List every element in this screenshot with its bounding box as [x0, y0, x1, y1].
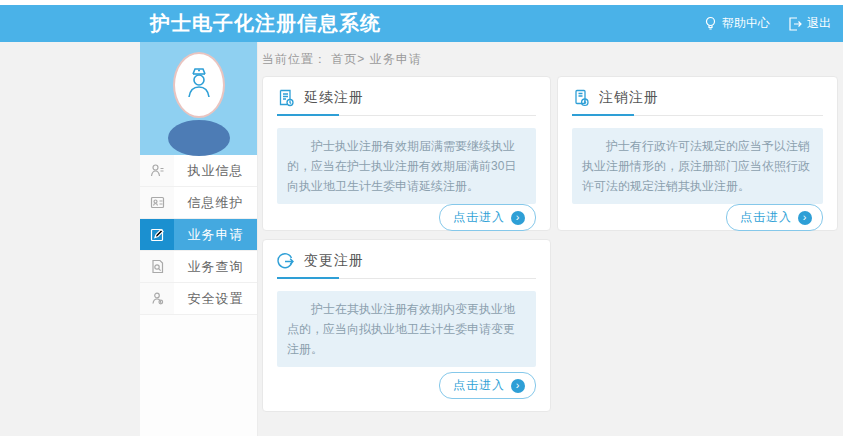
edit-icon	[140, 219, 174, 250]
card-header: 延续注册	[277, 89, 536, 116]
card-continue-registration: 延续注册 护士执业注册有效期届满需要继续执业的，应当在护士执业注册有效期届满前3…	[262, 76, 551, 231]
sidebar-item-info-maintenance[interactable]: 信息维护	[140, 187, 257, 219]
header-bar: 护士电子化注册信息系统 帮助中心 退出	[0, 5, 843, 42]
help-center-link[interactable]: 帮助中心	[704, 15, 770, 32]
breadcrumb-current: 业务申请	[370, 52, 422, 66]
main-content: 当前位置： 首页> 业务申请 延续注册 护士执业注册有效期届满需要继续执业的，应…	[262, 42, 843, 436]
sidebar-item-business-application[interactable]: 业务申请	[140, 219, 257, 251]
sidebar-menu: 执业信息 信息维护 业务申请	[140, 155, 257, 315]
logout-label: 退出	[807, 15, 831, 32]
breadcrumb: 当前位置： 首页> 业务申请	[262, 51, 422, 68]
doc-badge-icon	[277, 89, 295, 107]
enter-button-cancel[interactable]: 点击进入 ›	[726, 204, 823, 231]
sidebar-item-practice-info[interactable]: 执业信息	[140, 155, 257, 187]
card-change-registration: 变更注册 护士在其执业注册有效期内变更执业地点的，应当向拟执业地卫生计生委申请变…	[262, 239, 551, 412]
enter-button-continue[interactable]: 点击进入 ›	[439, 204, 536, 231]
avatar-block	[140, 42, 257, 155]
sidebar-item-label: 业务申请	[174, 219, 257, 250]
breadcrumb-home-link[interactable]: 首页	[331, 52, 357, 66]
sidebar-item-label: 信息维护	[174, 187, 257, 218]
user-name-placeholder	[168, 120, 230, 156]
doc-search-icon	[140, 251, 174, 282]
nurse-avatar-icon	[184, 64, 214, 106]
circle-arrow-icon	[277, 252, 295, 270]
sidebar-item-security-settings[interactable]: 安全设置	[140, 283, 257, 315]
sidebar-item-label: 业务查询	[174, 251, 257, 282]
card-title: 变更注册	[304, 252, 364, 270]
app-title: 护士电子化注册信息系统	[150, 5, 381, 42]
card-title: 注销注册	[599, 89, 659, 107]
logout-icon	[788, 17, 802, 31]
lightbulb-icon	[704, 16, 717, 31]
sidebar: 执业信息 信息维护 业务申请	[140, 42, 258, 436]
sidebar-item-business-query[interactable]: 业务查询	[140, 251, 257, 283]
user-settings-icon	[140, 283, 174, 314]
help-center-label: 帮助中心	[722, 15, 770, 32]
enter-button-label: 点击进入	[453, 209, 505, 226]
enter-button-change[interactable]: 点击进入 ›	[439, 372, 536, 399]
user-lines-icon	[140, 155, 174, 186]
card-title: 延续注册	[304, 89, 364, 107]
logout-link[interactable]: 退出	[788, 15, 831, 32]
enter-button-label: 点击进入	[740, 209, 792, 226]
arrow-right-icon: ›	[511, 211, 525, 225]
enter-button-label: 点击进入	[453, 377, 505, 394]
card-description: 护士执业注册有效期届满需要继续执业的，应当在护士执业注册有效期届满前30日向执业…	[277, 128, 536, 204]
doc-clock-icon	[572, 89, 590, 107]
header-actions: 帮助中心 退出	[704, 5, 831, 42]
id-card-icon	[140, 187, 174, 218]
card-description: 护士有行政许可法规定的应当予以注销执业注册情形的，原注册部门应当依照行政许可法的…	[572, 128, 823, 204]
sidebar-item-label: 执业信息	[174, 155, 257, 186]
page: 护士电子化注册信息系统 帮助中心 退出	[0, 0, 843, 436]
card-header: 变更注册	[277, 252, 536, 279]
sidebar-item-label: 安全设置	[174, 283, 257, 314]
avatar	[173, 52, 225, 118]
breadcrumb-separator: >	[357, 52, 365, 66]
card-header: 注销注册	[572, 89, 823, 116]
arrow-right-icon: ›	[511, 379, 525, 393]
arrow-right-icon: ›	[798, 211, 812, 225]
card-cancel-registration: 注销注册 护士有行政许可法规定的应当予以注销执业注册情形的，原注册部门应当依照行…	[557, 76, 838, 231]
breadcrumb-prefix: 当前位置：	[262, 52, 327, 66]
card-description: 护士在其执业注册有效期内变更执业地点的，应当向拟执业地卫生计生委申请变更注册。	[277, 291, 536, 367]
